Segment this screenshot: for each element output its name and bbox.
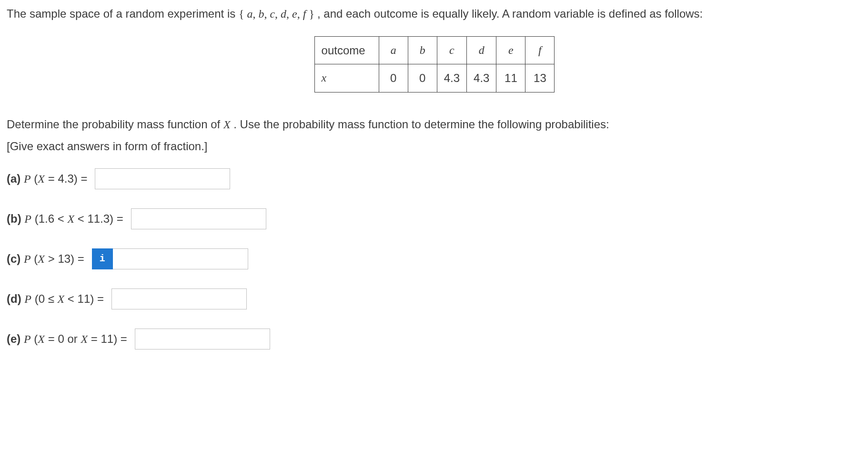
question-d-label: (d) P (0 ≤ X < 11) = — [7, 290, 104, 308]
x-row-label: x — [314, 64, 379, 92]
outcome-cell: f — [525, 37, 555, 64]
question-e-tag: (e) — [7, 332, 20, 345]
value-cell: 13 — [525, 64, 555, 92]
instruction-paragraph: Determine the probability mass function … — [7, 115, 862, 134]
question-d-tag: (d) — [7, 292, 21, 305]
answer-c-input[interactable] — [113, 248, 248, 269]
question-e-row: (e) P (X = 0 or X = 11) = — [7, 329, 862, 350]
outcome-table-wrap: outcome a b c d e f x 0 0 4.3 4.3 11 13 — [7, 36, 862, 92]
outcome-cell: b — [408, 37, 437, 64]
question-d-row: (d) P (0 ≤ X < 11) = — [7, 288, 862, 309]
question-e-label: (e) P (X = 0 or X = 11) = — [7, 330, 127, 348]
question-c-label: (c) P (X > 13) = — [7, 250, 84, 268]
instruction-format: [Give exact answers in form of fraction.… — [7, 137, 862, 155]
table-row: x 0 0 4.3 4.3 11 13 — [314, 64, 555, 92]
value-cell: 0 — [379, 64, 408, 92]
outcome-cell: d — [467, 37, 496, 64]
value-cell: 4.3 — [437, 64, 466, 92]
question-a-row: (a) P (X = 4.3) = — [7, 168, 862, 189]
outcome-cell: c — [437, 37, 466, 64]
question-b-row: (b) P (1.6 < X < 11.3) = — [7, 208, 862, 229]
outcome-table: outcome a b c d e f x 0 0 4.3 4.3 11 13 — [314, 36, 555, 92]
answer-b-input[interactable] — [131, 208, 266, 229]
intro-before: The sample space of a random experiment … — [7, 7, 239, 20]
answer-d-input[interactable] — [111, 288, 247, 309]
question-b-tag: (b) — [7, 212, 21, 225]
answer-a-input[interactable] — [95, 168, 230, 189]
question-b-label: (b) P (1.6 < X < 11.3) = — [7, 210, 123, 228]
value-cell: 11 — [496, 64, 525, 92]
info-icon[interactable]: i — [92, 248, 113, 269]
question-a-tag: (a) — [7, 172, 20, 185]
outcome-row-label: outcome — [314, 37, 379, 64]
question-c-tag: (c) — [7, 252, 20, 265]
answer-e-input[interactable] — [135, 329, 270, 350]
table-row: outcome a b c d e f — [314, 37, 555, 64]
value-cell: 0 — [408, 64, 437, 92]
instruction-before-x: Determine the probability mass function … — [7, 118, 223, 131]
question-a-label: (a) P (X = 4.3) = — [7, 170, 87, 188]
instruction-x: X — [223, 118, 231, 131]
intro-paragraph: The sample space of a random experiment … — [7, 5, 862, 23]
outcome-cell: e — [496, 37, 525, 64]
instruction-after-x: . Use the probability mass function to d… — [233, 118, 609, 131]
outcome-cell: a — [379, 37, 408, 64]
sample-space-set: { a, b, c, d, e, f } — [239, 8, 317, 20]
question-c-row: (c) P (X > 13) = i — [7, 248, 862, 269]
question-page: The sample space of a random experiment … — [0, 0, 868, 359]
value-cell: 4.3 — [467, 64, 496, 92]
intro-after: , and each outcome is equally likely. A … — [317, 7, 703, 20]
